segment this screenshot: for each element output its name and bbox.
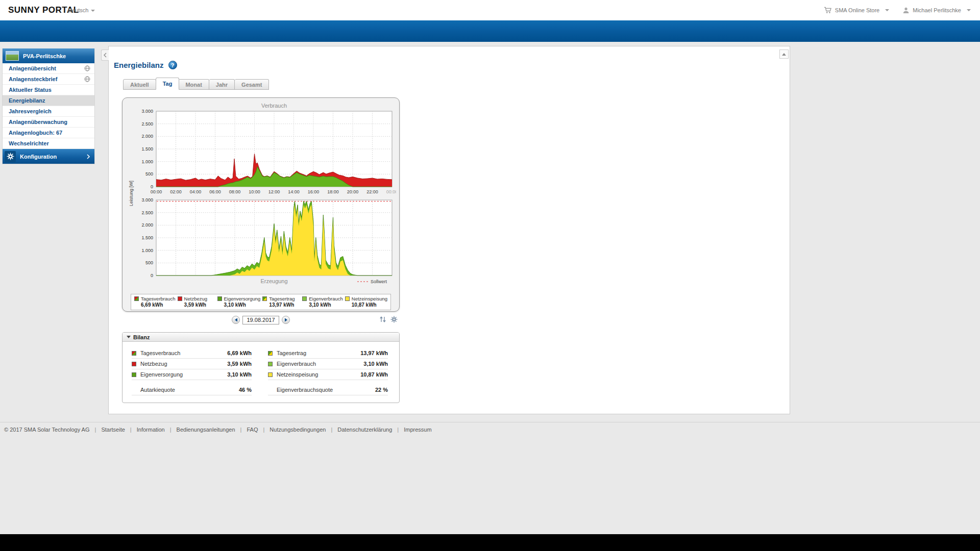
svg-text:06:00: 06:00 — [209, 189, 221, 194]
svg-text:04:00: 04:00 — [190, 189, 202, 194]
tab-strip: Aktuell Tag Monat Jahr Gesamt — [123, 78, 790, 90]
legend-netzeinspeisung: Netzeinspeisung 10,87 kWh — [344, 296, 388, 308]
svg-text:2.000: 2.000 — [141, 134, 153, 139]
tab-aktuell[interactable]: Aktuell — [123, 79, 156, 90]
previous-day-button[interactable] — [232, 316, 240, 324]
chevron-down-icon — [91, 10, 95, 12]
sort-icon[interactable] — [379, 316, 386, 323]
footer-link-impressum[interactable]: Impressum — [392, 427, 431, 433]
sidebar-item-anlagensteckbrief[interactable]: Anlagensteckbrief — [3, 74, 94, 85]
svg-text:02:00: 02:00 — [170, 189, 182, 194]
bilanz-row-eigenversorgung: Eigenversorgung 3,10 kWh — [132, 369, 252, 380]
bilanz-row-tagesverbrauch: Tagesverbrauch 6,69 kWh — [132, 348, 252, 359]
svg-text:10:00: 10:00 — [249, 189, 260, 194]
sidebar-item-konfiguration[interactable]: Konfiguration — [3, 149, 94, 164]
sidebar-item-energiebilanz[interactable]: Energiebilanz — [3, 95, 94, 106]
bottom-bar — [0, 534, 980, 551]
chevron-right-icon — [86, 154, 90, 159]
footer-link-datenschutzerklaerung[interactable]: Datenschutzerklärung — [326, 427, 392, 433]
page: SUNNY PORTAL Deutsch SMA Online Store Mi… — [0, 0, 980, 551]
eigenverbrauch-swatch — [302, 296, 307, 301]
sidebar-item-wechselrichter[interactable]: Wechselrichter — [3, 138, 94, 149]
bilanz-row-eigenverbrauchsquote: Eigenverbrauchsquote 22 % — [268, 385, 388, 395]
store-label: SMA Online Store — [835, 7, 879, 13]
footer: © 2017 SMA Solar Technology AGStartseite… — [4, 427, 432, 433]
svg-text:1.500: 1.500 — [141, 146, 153, 152]
online-store-link[interactable]: SMA Online Store — [824, 7, 889, 14]
copyright-text: © 2017 SMA Solar Technology AG — [4, 427, 90, 433]
user-label: Michael Perlitschke — [913, 7, 961, 13]
nav-band — [0, 20, 980, 42]
date-navigation — [122, 315, 400, 325]
language-label: Deutsch — [68, 7, 88, 13]
bilanz-header[interactable]: Bilanz — [122, 333, 399, 342]
footer-link-faq[interactable]: FAQ — [235, 427, 258, 433]
next-day-button[interactable] — [282, 316, 290, 324]
svg-text:08:00: 08:00 — [229, 189, 241, 194]
sidebar-item-jahresvergleich[interactable]: Jahresvergleich — [3, 106, 94, 117]
netzeinspeisung-swatch — [345, 296, 350, 301]
cart-icon — [824, 7, 832, 14]
legend-netzbezug: Netzbezug 3,59 kWh — [177, 296, 216, 308]
bilanz-left-column: Tagesverbrauch 6,69 kWh Netzbezug 3,59 k… — [132, 348, 252, 395]
arrow-left-icon — [234, 318, 238, 322]
svg-text:Erzeugung: Erzeugung — [260, 278, 287, 284]
bilanz-row-eigenverbrauch: Eigenverbrauch 3,10 kWh — [268, 359, 388, 369]
plant-header[interactable]: PVA-Perlitschke — [3, 48, 94, 63]
scroll-to-top-button[interactable] — [779, 49, 789, 59]
legend-eigenverbrauch: Eigenverbrauch 3,10 kWh — [301, 296, 344, 308]
user-icon — [902, 7, 910, 14]
svg-text:2.500: 2.500 — [141, 210, 153, 215]
tab-jahr[interactable]: Jahr — [209, 79, 235, 90]
globe-icon — [84, 76, 90, 82]
netzeinspeisung-swatch — [268, 372, 273, 377]
chevron-down-icon — [885, 9, 889, 11]
footer-link-information[interactable]: Information — [125, 427, 165, 433]
chevron-down-icon — [967, 9, 971, 11]
sidebar-item-anlagenlogbuch[interactable]: Anlagenlogbuch: 67 — [3, 128, 94, 138]
footer-link-bedienungsanleitungen[interactable]: Bedienungsanleitungen — [165, 427, 235, 433]
tagesverbrauch-swatch — [132, 351, 136, 356]
language-selector[interactable]: Deutsch — [68, 7, 95, 13]
svg-text:20:00: 20:00 — [347, 189, 359, 194]
svg-text:500: 500 — [145, 260, 153, 265]
netzbezug-swatch — [178, 296, 182, 301]
svg-text:Sollwert: Sollwert — [371, 279, 387, 284]
eigenversorgung-swatch — [217, 296, 222, 301]
svg-text:2.000: 2.000 — [141, 222, 153, 228]
help-icon[interactable] — [168, 61, 177, 69]
sidebar-item-anlagenuebersicht[interactable]: Anlagenübersicht — [3, 63, 94, 74]
sidebar-item-anlagenueberwachung[interactable]: Anlagenüberwachung — [3, 117, 94, 128]
bilanz-right-column: Tagesertrag 13,97 kWh Eigenverbrauch 3,1… — [268, 348, 388, 395]
bilanz-row-netzeinspeisung: Netzeinspeisung 10,87 kWh — [268, 369, 388, 380]
footer-link-startseite[interactable]: Startseite — [90, 427, 125, 433]
svg-text:3.000: 3.000 — [141, 197, 153, 203]
svg-text:1.000: 1.000 — [141, 159, 153, 164]
bilanz-row-netzbezug: Netzbezug 3,59 kWh — [132, 359, 252, 369]
energy-balance-chart: 3.0002.5002.0001.5001.000500000:0002:000… — [127, 101, 396, 291]
footer-divider — [0, 422, 980, 422]
eigenversorgung-swatch — [132, 372, 136, 377]
tab-gesamt[interactable]: Gesamt — [235, 79, 269, 90]
bilanz-row-tagesertrag: Tagesertrag 13,97 kWh — [268, 348, 388, 359]
footer-link-nutzungsbedingungen[interactable]: Nutzungsbedingungen — [258, 427, 326, 433]
chevron-left-icon — [103, 53, 107, 58]
sidebar-item-aktueller-status[interactable]: Aktueller Status — [3, 85, 94, 95]
svg-text:1.500: 1.500 — [141, 235, 153, 240]
date-input[interactable] — [242, 316, 279, 324]
sidebar-collapse-button[interactable] — [101, 49, 109, 61]
tagesverbrauch-swatch — [134, 296, 139, 301]
svg-text:22:00: 22:00 — [366, 189, 378, 194]
tab-monat[interactable]: Monat — [179, 79, 209, 90]
globe-icon — [84, 65, 90, 71]
settings-gear-icon[interactable] — [390, 316, 398, 323]
collapse-triangle-icon — [127, 336, 131, 338]
top-bar: SUNNY PORTAL Deutsch SMA Online Store Mi… — [0, 0, 980, 20]
bilanz-row-autarkiequote: Autarkiequote 46 % — [132, 385, 252, 395]
svg-text:Verbrauch: Verbrauch — [261, 103, 287, 109]
svg-text:0: 0 — [151, 184, 153, 189]
eigenverbrauch-swatch — [268, 362, 273, 366]
tab-tag[interactable]: Tag — [156, 78, 180, 90]
user-menu[interactable]: Michael Perlitschke — [902, 7, 971, 14]
svg-text:2.500: 2.500 — [141, 121, 153, 127]
